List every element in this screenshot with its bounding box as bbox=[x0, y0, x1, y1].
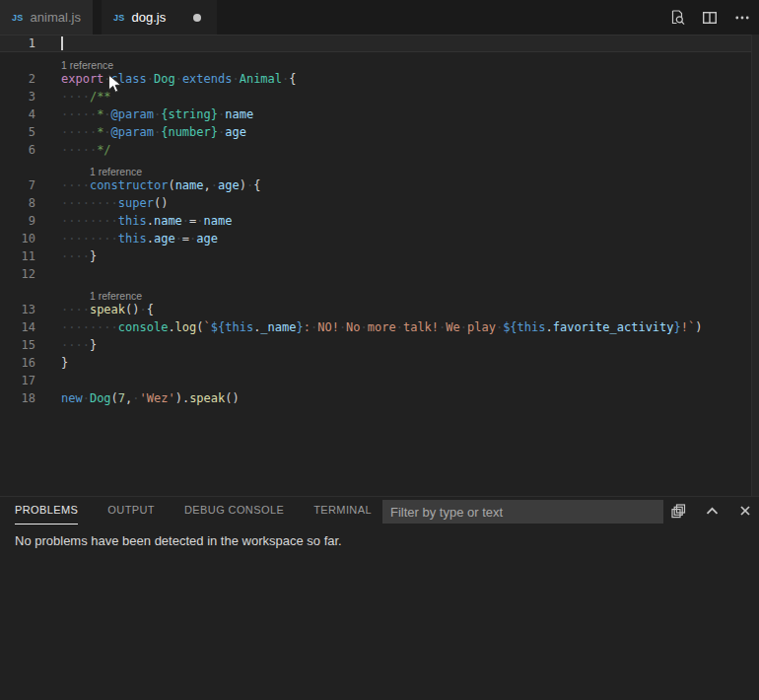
line-number[interactable]: 18 bbox=[0, 389, 35, 407]
problems-filter-input[interactable] bbox=[382, 500, 663, 524]
line-number[interactable]: 13 bbox=[0, 301, 35, 318]
code-line-8[interactable]: 8········super() bbox=[0, 194, 759, 212]
line-number[interactable]: 4 bbox=[0, 105, 35, 123]
line-number[interactable]: 8 bbox=[0, 194, 35, 212]
js-file-icon: JS bbox=[12, 13, 24, 23]
line-number[interactable]: 15 bbox=[0, 336, 35, 354]
code-text[interactable] bbox=[35, 35, 61, 52]
code-text[interactable]: ········super() bbox=[35, 194, 168, 212]
editor-scrollbar[interactable] bbox=[751, 35, 759, 496]
code-text[interactable]: ········this.age·=·age bbox=[35, 230, 218, 247]
editor-actions bbox=[668, 0, 751, 35]
close-panel-icon[interactable] bbox=[736, 502, 754, 520]
line-number[interactable]: 11 bbox=[0, 247, 35, 265]
modified-indicator-icon[interactable] bbox=[193, 14, 201, 22]
editor-tab-bar: JS animal.js JS dog.js bbox=[0, 0, 759, 35]
panel-tab-terminal[interactable]: TERMINAL bbox=[313, 497, 372, 524]
codelens-row: 1 reference bbox=[0, 159, 759, 176]
split-editor-icon[interactable] bbox=[701, 9, 719, 27]
codelens-row: 1 reference bbox=[0, 283, 759, 301]
code-line-6[interactable]: 6·····*/ bbox=[0, 141, 759, 159]
code-line-18[interactable]: 18new·Dog(7,·'Wez').speak() bbox=[0, 389, 759, 407]
line-number[interactable]: 12 bbox=[0, 265, 35, 283]
tab-animal-js[interactable]: JS animal.js bbox=[0, 0, 93, 35]
code-line-1[interactable]: 1 bbox=[0, 35, 759, 52]
code-text[interactable]: ····speak()·{ bbox=[35, 301, 154, 318]
line-number[interactable]: 17 bbox=[0, 372, 35, 389]
code-text[interactable] bbox=[35, 265, 61, 283]
bottom-panel: PROBLEMSOUTPUTDEBUG CONSOLETERMINAL bbox=[0, 496, 759, 700]
problems-message: No problems have been detected in the wo… bbox=[0, 525, 759, 557]
tab-label: animal.js bbox=[31, 10, 81, 25]
line-number[interactable]: 5 bbox=[0, 123, 35, 141]
code-text[interactable]: ·····*/ bbox=[35, 141, 111, 159]
js-file-icon: JS bbox=[113, 13, 125, 23]
line-number[interactable]: 2 bbox=[0, 70, 35, 88]
panel-header: PROBLEMSOUTPUTDEBUG CONSOLETERMINAL bbox=[0, 497, 759, 525]
panel-tab-output[interactable]: OUTPUT bbox=[107, 497, 155, 524]
line-number[interactable]: 1 bbox=[0, 35, 35, 52]
code-line-2[interactable]: 2export·class·Dog·extends·Animal·{ bbox=[0, 70, 759, 88]
line-number[interactable]: 7 bbox=[0, 176, 35, 194]
maximize-panel-chevron-up-icon[interactable] bbox=[703, 502, 721, 520]
code-line-14[interactable]: 14········console.log(`${this._name}:·NO… bbox=[0, 318, 759, 336]
code-line-5[interactable]: 5·····*·@param·{number}·age bbox=[0, 123, 759, 141]
code-line-9[interactable]: 9········this.name·=·name bbox=[0, 212, 759, 230]
line-number[interactable]: 3 bbox=[0, 88, 35, 105]
code-line-10[interactable]: 10········this.age·=·age bbox=[0, 230, 759, 247]
code-text[interactable]: export·class·Dog·extends·Animal·{ bbox=[35, 70, 297, 88]
line-number[interactable]: 14 bbox=[0, 318, 35, 336]
code-text[interactable]: ····constructor(name,·age)·{ bbox=[35, 176, 260, 194]
panel-tab-debug-console[interactable]: DEBUG CONSOLE bbox=[184, 497, 284, 524]
code-text[interactable]: ·····*·@param·{number}·age bbox=[35, 123, 246, 141]
code-line-12[interactable]: 12 bbox=[0, 265, 759, 283]
line-number[interactable]: 6 bbox=[0, 141, 35, 159]
code-line-7[interactable]: 7····constructor(name,·age)·{ bbox=[0, 176, 759, 194]
line-number[interactable]: 9 bbox=[0, 212, 35, 230]
vscode-window: { "tabbar": { "tabs": [ { "label": "anim… bbox=[0, 0, 759, 700]
code-line-4[interactable]: 4·····*·@param·{string}·name bbox=[0, 105, 759, 123]
code-text[interactable]: ········console.log(`${this._name}:·NO!·… bbox=[35, 318, 702, 336]
line-number[interactable]: 16 bbox=[0, 354, 35, 372]
tab-dog-js[interactable]: JS dog.js bbox=[102, 0, 217, 35]
panel-tab-problems[interactable]: PROBLEMS bbox=[15, 497, 78, 525]
code-text[interactable]: new·Dog(7,·'Wez').speak() bbox=[35, 389, 240, 407]
code-text[interactable]: ····} bbox=[35, 336, 97, 354]
code-text[interactable] bbox=[35, 372, 61, 389]
code-line-16[interactable]: 16} bbox=[0, 354, 759, 372]
code-text[interactable]: } bbox=[35, 354, 68, 372]
tab-label: dog.js bbox=[132, 10, 167, 25]
text-cursor bbox=[61, 36, 63, 50]
code-text[interactable]: ·····*·@param·{string}·name bbox=[35, 105, 253, 123]
code-line-15[interactable]: 15····} bbox=[0, 336, 759, 354]
codelens-row: 1 reference bbox=[0, 52, 759, 70]
code-line-11[interactable]: 11····} bbox=[0, 247, 759, 265]
more-actions-icon[interactable] bbox=[733, 9, 751, 27]
code-line-3[interactable]: 3····/** bbox=[0, 88, 759, 105]
code-text[interactable]: ····} bbox=[35, 247, 97, 265]
open-preview-icon[interactable] bbox=[668, 9, 686, 27]
panel-actions bbox=[669, 497, 754, 525]
code-line-17[interactable]: 17 bbox=[0, 372, 759, 389]
code-line-13[interactable]: 13····speak()·{ bbox=[0, 301, 759, 318]
collapse-all-icon[interactable] bbox=[669, 502, 687, 520]
code-editor[interactable]: 11 reference2export·class·Dog·extends·An… bbox=[0, 35, 759, 496]
code-text[interactable]: ····/** bbox=[35, 88, 111, 105]
code-text[interactable]: ········this.name·=·name bbox=[35, 212, 232, 230]
line-number[interactable]: 10 bbox=[0, 230, 35, 247]
